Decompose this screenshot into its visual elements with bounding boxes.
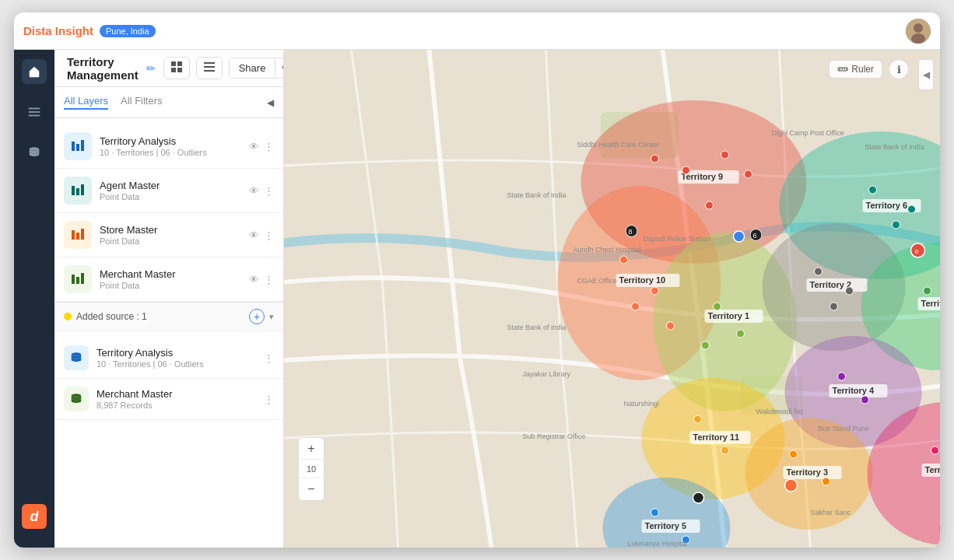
- layer-icon-store-master: [64, 221, 92, 249]
- map-tools: Ruler ℹ: [829, 59, 909, 79]
- sidebar-menu-icon[interactable]: [22, 100, 47, 124]
- svg-text:State Bank of India: State Bank of India: [865, 143, 924, 151]
- svg-rect-21: [76, 233, 79, 240]
- svg-point-75: [702, 341, 710, 349]
- svg-point-98: [785, 479, 798, 492]
- svg-point-85: [861, 396, 869, 404]
- svg-point-80: [908, 205, 916, 213]
- layer-meta: Point Data: [100, 236, 241, 246]
- svg-rect-23: [72, 275, 75, 284]
- edit-icon[interactable]: ✏: [146, 62, 156, 75]
- bottom-layer-icon-territory: [64, 345, 89, 370]
- chevron-down-icon[interactable]: ▾: [269, 312, 274, 322]
- svg-rect-14: [72, 142, 75, 151]
- icon-sidebar: d: [14, 50, 54, 548]
- layer-icon-merchant-master: [64, 265, 92, 293]
- svg-text:Territory 4: Territory 4: [833, 386, 875, 395]
- svg-text:Territory 1: Territory 1: [708, 311, 750, 320]
- layer-icon-agent-master: [64, 177, 92, 205]
- svg-point-96: [693, 492, 704, 503]
- zoom-out-button[interactable]: −: [299, 478, 324, 500]
- map-svg: Territory 9 Territory 10 Territory 1 Ter…: [284, 50, 940, 548]
- map-grid-button[interactable]: [163, 57, 190, 79]
- layer-more-button[interactable]: ⋮: [264, 185, 274, 197]
- svg-point-88: [790, 450, 798, 458]
- layer-visibility-button[interactable]: 👁: [249, 185, 259, 197]
- svg-point-86: [694, 415, 702, 423]
- bottom-layers: Territory Analysis 10 · Territories | 06…: [54, 331, 283, 426]
- share-button[interactable]: Share: [230, 58, 275, 78]
- layer-actions: 👁 ⋮: [249, 274, 274, 285]
- bottom-layer-more-button-2[interactable]: ⋮: [264, 394, 274, 405]
- layer-info-store-master: Store Master Point Data: [100, 224, 241, 246]
- svg-text:Territory 2: Territory 2: [810, 280, 852, 289]
- sidebar-home-icon[interactable]: [22, 59, 47, 84]
- add-source-button[interactable]: +: [249, 309, 265, 324]
- svg-rect-16: [81, 140, 84, 151]
- collapse-panel-button[interactable]: ◀: [267, 97, 274, 108]
- svg-rect-8: [177, 61, 182, 66]
- ruler-label: Ruler: [851, 64, 874, 75]
- topbar: Dista Insight Pune, India: [14, 12, 940, 50]
- sidebar-database-icon[interactable]: [22, 140, 47, 165]
- bottom-layer-icon-merchant: [64, 387, 89, 411]
- svg-rect-3: [29, 108, 40, 110]
- layer-info-agent-master: Agent Master Point Data: [100, 180, 241, 201]
- svg-point-97: [734, 231, 745, 242]
- layer-more-button[interactable]: ⋮: [264, 141, 274, 152]
- svg-text:State Bank of India: State Bank of India: [507, 191, 566, 199]
- layer-visibility-button[interactable]: 👁: [249, 229, 259, 241]
- list-view-button[interactable]: [196, 57, 223, 79]
- share-dropdown-button[interactable]: ▾: [275, 59, 284, 77]
- svg-point-27: [72, 394, 82, 397]
- dista-brand-icon: d: [22, 504, 47, 529]
- bottom-layer-more-button[interactable]: ⋮: [264, 352, 274, 364]
- page-title: Territory Management: [67, 55, 139, 82]
- svg-rect-5: [29, 115, 40, 117]
- map-container[interactable]: Territory 9 Territory 10 Territory 1 Ter…: [284, 50, 940, 548]
- svg-rect-9: [171, 68, 176, 72]
- list-item: Merchant Master Point Data 👁 ⋮: [54, 257, 283, 302]
- svg-point-68: [745, 170, 752, 178]
- list-item: Territory Analysis 10 · Territories | 06…: [54, 338, 283, 379]
- layer-meta: 8,987 Records: [96, 401, 256, 410]
- layer-name: Agent Master: [100, 180, 241, 191]
- header-actions: Share ▾ ❄ Freeze: [163, 57, 284, 79]
- svg-rect-12: [204, 66, 215, 68]
- info-button[interactable]: ℹ: [889, 59, 909, 79]
- svg-rect-24: [76, 277, 79, 284]
- svg-point-78: [830, 303, 838, 310]
- svg-rect-15: [76, 144, 79, 151]
- svg-text:8: 8: [629, 228, 633, 236]
- svg-point-81: [893, 221, 900, 229]
- layer-more-button[interactable]: ⋮: [264, 229, 274, 241]
- list-item: Agent Master Point Data 👁 ⋮: [54, 169, 283, 213]
- svg-point-67: [706, 201, 714, 209]
- svg-point-26: [72, 352, 82, 356]
- svg-point-69: [620, 256, 628, 264]
- layer-actions: 👁 ⋮: [249, 141, 274, 152]
- layer-visibility-button[interactable]: 👁: [249, 274, 259, 285]
- svg-point-84: [838, 373, 846, 380]
- layer-visibility-button[interactable]: 👁: [249, 141, 259, 152]
- map-collapse-button[interactable]: ◀: [918, 59, 934, 90]
- svg-text:e: e: [915, 247, 919, 255]
- layer-more-button[interactable]: ⋮: [264, 274, 274, 285]
- tab-all-filters[interactable]: All Filters: [121, 95, 162, 110]
- svg-text:Dighi Camp Post Office: Dighi Camp Post Office: [772, 129, 844, 137]
- tab-all-layers[interactable]: All Layers: [64, 95, 108, 110]
- svg-text:Territory 3: Territory 3: [787, 467, 829, 477]
- layer-name: Merchant Master: [96, 388, 256, 400]
- svg-point-73: [714, 303, 721, 310]
- zoom-in-button[interactable]: +: [299, 438, 324, 460]
- svg-text:Jayakar Library: Jayakar Library: [523, 370, 571, 378]
- ruler-button[interactable]: Ruler: [829, 60, 882, 79]
- bottom-layer-info-territory: Territory Analysis 10 · Territories | 06…: [96, 347, 256, 369]
- user-avatar[interactable]: [906, 19, 931, 44]
- svg-text:Territory 11: Territory 11: [693, 432, 740, 442]
- logo-text: Dista Insight: [23, 24, 93, 37]
- svg-text:Territory 6: Territory 6: [866, 201, 908, 210]
- svg-point-70: [651, 287, 659, 295]
- list-item: Territory Analysis 10 · Territories | 06…: [54, 124, 283, 169]
- layer-info-territory-analysis: Territory Analysis 10 · Territories | 06…: [100, 135, 241, 157]
